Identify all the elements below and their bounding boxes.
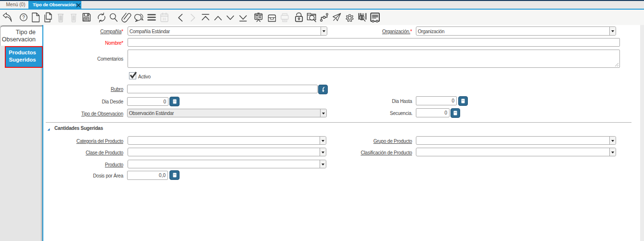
svg-text:?: ? bbox=[22, 15, 25, 20]
svg-text:31: 31 bbox=[163, 17, 167, 21]
